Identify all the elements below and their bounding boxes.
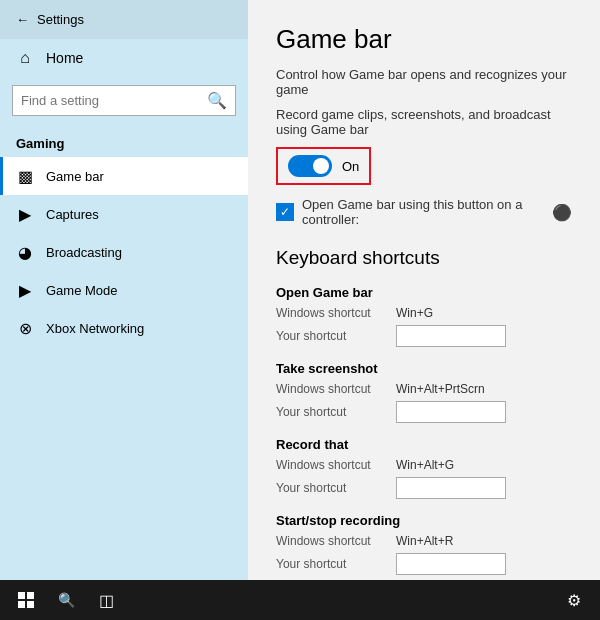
back-button[interactable]: ← Settings bbox=[0, 0, 248, 39]
taskbar: 🔍 ◫ ⚙ bbox=[0, 580, 600, 620]
task-view-icon: ◫ bbox=[99, 591, 114, 610]
shortcut-row-windows: Windows shortcut Win+G bbox=[276, 306, 572, 320]
sidebar-item-game-mode[interactable]: ▶ Game Mode bbox=[0, 271, 248, 309]
windows-shortcut-value-4: Win+Alt+R bbox=[396, 534, 506, 548]
xbox-networking-icon: ⊗ bbox=[16, 319, 34, 337]
nav-label-broadcasting: Broadcasting bbox=[46, 245, 122, 260]
shortcut-group-record: Record that Windows shortcut Win+Alt+G Y… bbox=[276, 437, 572, 499]
shortcuts-title: Keyboard shortcuts bbox=[276, 247, 572, 269]
nav-label-game-mode: Game Mode bbox=[46, 283, 118, 298]
home-label: Home bbox=[46, 50, 83, 66]
shortcut-row-yours-3: Your shortcut bbox=[276, 477, 572, 499]
shortcut-row-windows-3: Windows shortcut Win+Alt+G bbox=[276, 458, 572, 472]
your-shortcut-input-3[interactable] bbox=[396, 477, 506, 499]
your-shortcut-input-2[interactable] bbox=[396, 401, 506, 423]
shortcut-row-windows-2: Windows shortcut Win+Alt+PrtScrn bbox=[276, 382, 572, 396]
windows-shortcut-value-2: Win+Alt+PrtScrn bbox=[396, 382, 506, 396]
your-shortcut-label-4: Your shortcut bbox=[276, 557, 396, 571]
search-icon: 🔍 bbox=[207, 91, 227, 110]
sidebar-item-captures[interactable]: ▶ Captures bbox=[0, 195, 248, 233]
checkbox-row: Open Game bar using this button on a con… bbox=[276, 197, 572, 227]
broadcasting-icon: ◕ bbox=[16, 243, 34, 261]
game-mode-icon: ▶ bbox=[16, 281, 34, 299]
your-shortcut-label-2: Your shortcut bbox=[276, 405, 396, 419]
shortcut-group-title-2: Take screenshot bbox=[276, 361, 572, 376]
main-content: Game bar Control how Game bar opens and … bbox=[248, 0, 600, 580]
captures-icon: ▶ bbox=[16, 205, 34, 223]
controller-checkbox[interactable] bbox=[276, 203, 294, 221]
task-view-button[interactable]: ◫ bbox=[88, 582, 124, 618]
shortcut-row-yours-4: Your shortcut bbox=[276, 553, 572, 575]
your-shortcut-input-1[interactable] bbox=[396, 325, 506, 347]
windows-shortcut-label-4: Windows shortcut bbox=[276, 534, 396, 548]
windows-shortcut-value: Win+G bbox=[396, 306, 506, 320]
home-nav-item[interactable]: ⌂ Home bbox=[0, 39, 248, 77]
windows-logo-icon bbox=[18, 592, 34, 608]
nav-label-game-bar: Game bar bbox=[46, 169, 104, 184]
search-taskbar-icon: 🔍 bbox=[58, 592, 75, 608]
nav-label-xbox-networking: Xbox Networking bbox=[46, 321, 144, 336]
search-taskbar-button[interactable]: 🔍 bbox=[48, 582, 84, 618]
windows-shortcut-label-3: Windows shortcut bbox=[276, 458, 396, 472]
toggle-container: On bbox=[276, 147, 371, 185]
xbox-icon: ⚫ bbox=[552, 203, 572, 222]
sidebar-item-xbox-networking[interactable]: ⊗ Xbox Networking bbox=[0, 309, 248, 347]
your-shortcut-label: Your shortcut bbox=[276, 329, 396, 343]
search-input[interactable] bbox=[21, 93, 201, 108]
section-label: Gaming bbox=[0, 124, 248, 157]
shortcut-group-title-3: Record that bbox=[276, 437, 572, 452]
sidebar-item-broadcasting[interactable]: ◕ Broadcasting bbox=[0, 233, 248, 271]
windows-shortcut-label-2: Windows shortcut bbox=[276, 382, 396, 396]
shortcut-group-startstop: Start/stop recording Windows shortcut Wi… bbox=[276, 513, 572, 575]
windows-shortcut-value-3: Win+Alt+G bbox=[396, 458, 506, 472]
toggle-label: On bbox=[342, 159, 359, 174]
nav-label-captures: Captures bbox=[46, 207, 99, 222]
settings-taskbar-button[interactable]: ⚙ bbox=[556, 582, 592, 618]
sidebar: ← Settings ⌂ Home 🔍 Gaming ▩ Game bar ▶ … bbox=[0, 0, 248, 580]
back-label: Settings bbox=[37, 12, 84, 27]
shortcut-row-yours: Your shortcut bbox=[276, 325, 572, 347]
shortcut-group-title: Open Game bar bbox=[276, 285, 572, 300]
page-title: Game bar bbox=[276, 24, 572, 55]
search-box[interactable]: 🔍 bbox=[12, 85, 236, 116]
shortcut-row-yours-2: Your shortcut bbox=[276, 401, 572, 423]
game-bar-icon: ▩ bbox=[16, 167, 34, 185]
start-button[interactable] bbox=[8, 582, 44, 618]
toggle-switch[interactable] bbox=[288, 155, 332, 177]
shortcut-group-title-4: Start/stop recording bbox=[276, 513, 572, 528]
settings-taskbar-icon: ⚙ bbox=[567, 591, 581, 610]
your-shortcut-label-3: Your shortcut bbox=[276, 481, 396, 495]
checkbox-label: Open Game bar using this button on a con… bbox=[302, 197, 544, 227]
home-icon: ⌂ bbox=[16, 49, 34, 67]
page-subtitle: Control how Game bar opens and recognize… bbox=[276, 67, 572, 97]
shortcut-group-open-game-bar: Open Game bar Windows shortcut Win+G You… bbox=[276, 285, 572, 347]
your-shortcut-input-4[interactable] bbox=[396, 553, 506, 575]
sidebar-item-game-bar[interactable]: ▩ Game bar bbox=[0, 157, 248, 195]
windows-shortcut-label: Windows shortcut bbox=[276, 306, 396, 320]
shortcut-group-screenshot: Take screenshot Windows shortcut Win+Alt… bbox=[276, 361, 572, 423]
shortcut-row-windows-4: Windows shortcut Win+Alt+R bbox=[276, 534, 572, 548]
back-arrow-icon: ← bbox=[16, 12, 29, 27]
record-label: Record game clips, screenshots, and broa… bbox=[276, 107, 572, 137]
